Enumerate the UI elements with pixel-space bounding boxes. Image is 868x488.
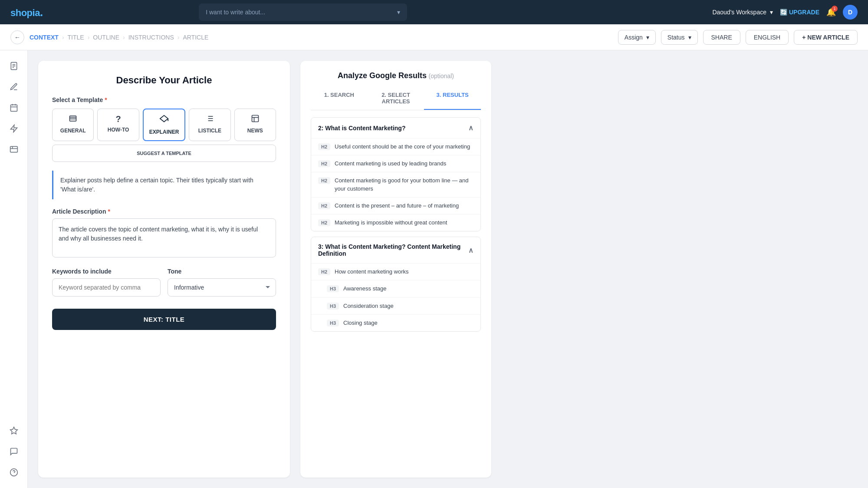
- status-chevron-icon: ▾: [688, 34, 691, 41]
- right-panel-title: Analyze Google Results: [338, 71, 427, 80]
- template-suggest[interactable]: SUGGEST A TEMPLATE: [52, 145, 276, 162]
- workspace-selector[interactable]: Daoud's Workspace ▾: [712, 9, 773, 16]
- result-group-1-toggle[interactable]: [468, 124, 473, 132]
- tab-select-articles[interactable]: 2. SELECT ARTICLES: [368, 87, 424, 110]
- breadcrumb-context[interactable]: CONTEXT: [30, 34, 59, 41]
- h2-badge: H2: [318, 143, 330, 150]
- result-item: H2 Marketing is impossible without great…: [311, 214, 480, 231]
- left-panel: Describe Your Article Select a Template …: [38, 61, 290, 478]
- keywords-label: Keywords to include: [52, 268, 161, 275]
- news-icon: [251, 114, 260, 125]
- general-icon: [69, 114, 77, 125]
- result-item-text: Content is the present – and future – of…: [335, 202, 473, 210]
- breadcrumb-sep-2: ›: [88, 34, 90, 41]
- explainer-icon: [159, 115, 169, 126]
- result-group-2: 3: What is Content Marketing? Content Ma…: [311, 237, 481, 332]
- search-bar[interactable]: I want to write about... ▾: [199, 3, 407, 21]
- suggest-label: SUGGEST A TEMPLATE: [137, 150, 191, 156]
- assign-chevron-icon: ▾: [646, 34, 649, 41]
- sidebar-icon-star[interactable]: [5, 422, 23, 439]
- status-dropdown[interactable]: Status ▾: [661, 30, 698, 45]
- listicle-label: LISTICLE: [198, 128, 221, 134]
- template-news[interactable]: NEWS: [234, 109, 276, 141]
- notification-button[interactable]: 🔔 1: [826, 7, 836, 17]
- how-to-icon: ?: [116, 114, 121, 124]
- template-section-label: Select a Template *: [52, 96, 276, 103]
- panel-title: Describe Your Article: [52, 75, 276, 86]
- sidebar: [0, 50, 28, 488]
- result-item-text: Content marketing is good for your botto…: [335, 177, 473, 192]
- tab-results[interactable]: 3. RESULTS: [424, 87, 481, 110]
- share-button[interactable]: SHARE: [703, 30, 740, 45]
- template-general[interactable]: GENERAL: [52, 109, 94, 141]
- h2-badge: H2: [318, 268, 330, 275]
- result-item: H3 Awareness stage: [311, 280, 480, 297]
- explainer-info: Explainer posts help define a certain to…: [52, 171, 276, 199]
- how-to-label: HOW-TO: [108, 127, 129, 133]
- keywords-tone-row: Keywords to include Tone Informative For…: [52, 268, 276, 297]
- sidebar-icon-lightning[interactable]: [5, 120, 23, 137]
- tone-select[interactable]: Informative Formal Casual Persuasive Hum…: [168, 278, 276, 297]
- sidebar-icon-chat[interactable]: [5, 443, 23, 460]
- result-item-text: Marketing is impossible without great co…: [335, 219, 473, 227]
- result-group-2-title: 3: What is Content Marketing? Content Ma…: [318, 243, 468, 257]
- template-listicle[interactable]: LISTICLE: [189, 109, 230, 141]
- result-group-1-title: 2: What is Content Marketing?: [318, 125, 405, 132]
- new-article-button[interactable]: + NEW ARTICLE: [794, 30, 858, 45]
- assign-dropdown[interactable]: Assign ▾: [618, 30, 656, 45]
- article-description-label: Article Description *: [52, 208, 276, 215]
- result-item: H2 Content marketing is used by leading …: [311, 155, 480, 172]
- tone-group: Tone Informative Formal Casual Persuasiv…: [168, 268, 276, 297]
- status-label: Status: [667, 34, 685, 41]
- back-button[interactable]: ←: [10, 30, 24, 44]
- breadcrumb-article[interactable]: ARTICLE: [183, 34, 208, 41]
- result-item-text: Closing stage: [343, 319, 473, 327]
- breadcrumb-instructions[interactable]: INSTRUCTIONS: [128, 34, 174, 41]
- right-panel: Analyze Google Results (optional) 1. SEA…: [300, 61, 491, 478]
- sidebar-icon-help[interactable]: [5, 464, 23, 481]
- content-area: Describe Your Article Select a Template …: [28, 50, 868, 488]
- upgrade-button[interactable]: 🔄 UPGRADE: [780, 9, 819, 16]
- sidebar-icon-document[interactable]: [5, 57, 23, 75]
- template-how-to[interactable]: ? HOW-TO: [97, 109, 139, 141]
- required-star: *: [105, 96, 107, 103]
- breadcrumb-sep-1: ›: [62, 34, 64, 41]
- result-group-1-header[interactable]: 2: What is Content Marketing?: [311, 118, 480, 138]
- result-item: H2 Content is the present – and future –…: [311, 197, 480, 214]
- sidebar-icon-calendar[interactable]: [5, 99, 23, 116]
- results-list: 2: What is Content Marketing? H2 Useful …: [311, 117, 481, 467]
- h3-badge: H3: [327, 320, 339, 326]
- result-item: H3 Closing stage: [311, 314, 480, 331]
- breadcrumb-title[interactable]: TITLE: [68, 34, 84, 41]
- language-button[interactable]: ENGLISH: [746, 30, 789, 45]
- result-group-2-toggle[interactable]: [468, 246, 473, 254]
- breadcrumb-sep-4: ›: [178, 34, 180, 41]
- logo-text: shopia: [10, 7, 40, 18]
- article-description-textarea[interactable]: The article covers the topic of content …: [52, 218, 276, 257]
- result-group-1: 2: What is Content Marketing? H2 Useful …: [311, 117, 481, 231]
- result-item: H2 Content marketing is good for your bo…: [311, 172, 480, 197]
- result-item-text: Consideration stage: [343, 302, 473, 310]
- result-item-text: Useful content should be at the core of …: [335, 143, 473, 151]
- logo: shopia.: [10, 6, 43, 19]
- result-item-text: Awareness stage: [343, 285, 473, 293]
- sidebar-icon-browser[interactable]: [5, 141, 23, 158]
- keywords-input[interactable]: [52, 278, 161, 297]
- next-title-button[interactable]: NEXT: TITLE: [52, 309, 276, 330]
- result-item: H2 How content marketing works: [311, 263, 480, 280]
- svg-marker-12: [10, 427, 17, 434]
- h2-badge: H2: [318, 219, 330, 226]
- avatar[interactable]: D: [843, 5, 858, 20]
- workspace-name: Daoud's Workspace: [712, 9, 766, 16]
- sidebar-icon-edit[interactable]: [5, 78, 23, 96]
- result-item: H3 Consideration stage: [311, 297, 480, 314]
- listicle-icon: [205, 114, 214, 125]
- nav-right: Daoud's Workspace ▾ 🔄 UPGRADE 🔔 1 D: [712, 5, 858, 20]
- tab-search[interactable]: 1. SEARCH: [311, 87, 368, 110]
- tone-label: Tone: [168, 268, 276, 275]
- breadcrumb: CONTEXT › TITLE › OUTLINE › INSTRUCTIONS…: [30, 34, 208, 41]
- breadcrumb-outline[interactable]: OUTLINE: [93, 34, 119, 41]
- result-group-2-header[interactable]: 3: What is Content Marketing? Content Ma…: [311, 237, 480, 263]
- template-explainer[interactable]: EXPLAINER: [143, 109, 185, 141]
- breadcrumb-sep-3: ›: [123, 34, 125, 41]
